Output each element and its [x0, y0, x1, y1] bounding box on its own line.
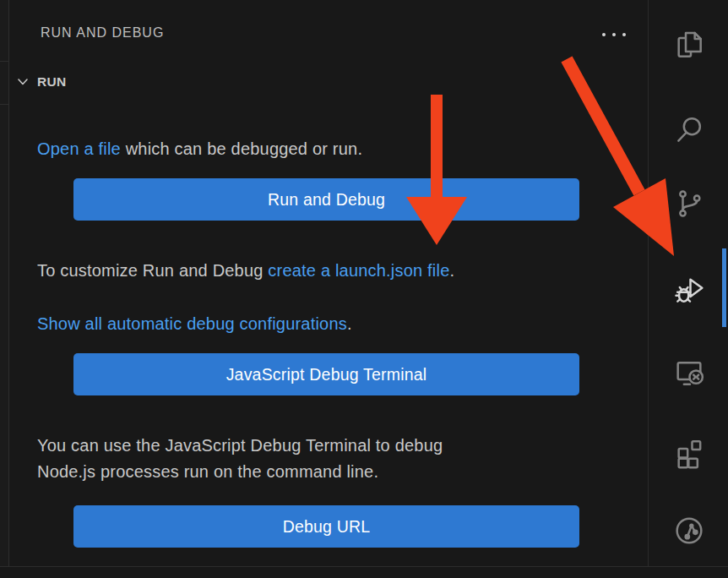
- more-actions-dot: [612, 33, 616, 36]
- more-actions-dot: [622, 33, 626, 36]
- run-and-debug-panel: RUN AND DEBUG RUN Open a file which can …: [9, 0, 648, 566]
- terminal-description-line1: You can use the JavaScript Debug Termina…: [37, 436, 443, 455]
- activity-bar-item-search[interactable]: [649, 114, 728, 148]
- customize-period: .: [449, 261, 454, 280]
- show-configurations-paragraph: Show all automatic debug configurations.: [37, 311, 611, 337]
- editor-edge-strip: [0, 0, 9, 566]
- show-configurations-period: .: [347, 314, 352, 333]
- terminal-description-paragraph: You can use the JavaScript Debug Termina…: [37, 433, 611, 485]
- network-graph-icon: [672, 514, 706, 551]
- panel-title: RUN AND DEBUG: [41, 25, 164, 41]
- activity-bar-item-run-and-debug[interactable]: [649, 275, 728, 308]
- customize-paragraph: To customize Run and Debug create a laun…: [37, 258, 611, 284]
- customize-text: To customize Run and Debug: [37, 261, 268, 280]
- strip-divider: [0, 104, 8, 105]
- activity-bar-item-source-control[interactable]: [649, 188, 728, 222]
- run-section-header[interactable]: RUN: [9, 71, 648, 93]
- debug-url-button[interactable]: Debug URL: [73, 505, 579, 548]
- search-icon: [672, 112, 706, 150]
- terminal-description-line2: Node.js processes run on the command lin…: [37, 462, 378, 481]
- more-actions-dot: [602, 33, 606, 36]
- extensions-icon: [672, 435, 706, 472]
- strip-divider: [0, 61, 8, 62]
- explorer-icon: [672, 28, 706, 65]
- open-file-paragraph: Open a file which can be debugged or run…: [37, 136, 611, 162]
- run-section-label: RUN: [37, 74, 66, 90]
- activity-bar-item-extensions[interactable]: [649, 437, 728, 471]
- remote-explorer-icon: [672, 356, 706, 393]
- run-and-debug-button[interactable]: Run and Debug: [73, 178, 579, 221]
- open-a-file-link[interactable]: Open a file: [37, 139, 121, 158]
- vscode-run-and-debug-view: { "colors": { "button_blue": "#2e79d2", …: [0, 0, 728, 578]
- chevron-down-icon: [14, 74, 31, 90]
- activity-bar-item-remote-explorer[interactable]: [649, 357, 728, 391]
- more-actions-icon[interactable]: [594, 25, 634, 44]
- show-all-debug-configurations-link[interactable]: Show all automatic debug configurations: [37, 314, 347, 333]
- javascript-debug-terminal-button[interactable]: JavaScript Debug Terminal: [73, 353, 579, 395]
- source-control-icon: [672, 187, 706, 224]
- open-file-text: which can be debugged or run.: [121, 139, 362, 158]
- active-view-indicator: [722, 248, 726, 327]
- create-launch-json-link[interactable]: create a launch.json file: [268, 261, 449, 280]
- activity-bar: [648, 0, 728, 566]
- activity-bar-item-network-graph[interactable]: [649, 515, 728, 549]
- bottom-border: [0, 566, 728, 567]
- activity-bar-item-explorer[interactable]: [649, 30, 728, 63]
- run-and-debug-icon: [672, 273, 706, 310]
